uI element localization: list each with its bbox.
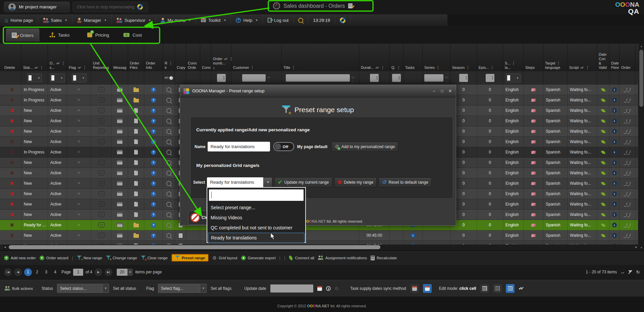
date-confirmed-icon[interactable] [601, 181, 605, 185]
flag-icon[interactable]: ⚑ [77, 119, 81, 124]
minimize-icon[interactable]: – [432, 89, 436, 93]
column-header-status[interactable]: Stat...✔✔⋮ [21, 44, 48, 71]
column-menu-icon[interactable]: ⋮ [557, 61, 560, 65]
steps-icon[interactable] [531, 234, 536, 237]
flag-icon[interactable]: ⚑ [77, 150, 81, 155]
horizontal-scroll-thumb[interactable] [9, 245, 380, 249]
filter-funnel-icon[interactable] [351, 77, 355, 79]
column-header-tasks[interactable]: Tasks [404, 44, 423, 71]
date-flex-icon[interactable]: i [612, 223, 617, 227]
column-header-order[interactable]: Order [620, 44, 635, 71]
date-confirmed-icon[interactable] [601, 139, 605, 144]
messages-icon[interactable] [117, 108, 123, 113]
messages-icon[interactable] [117, 119, 123, 123]
row-search-icon[interactable] [166, 108, 171, 113]
order-files-icon[interactable] [134, 171, 138, 175]
steps-icon[interactable] [531, 151, 536, 154]
first-page-button[interactable]: |◀ [4, 268, 12, 276]
column-header-msg[interactable]: Messag [112, 44, 128, 71]
column-header-datecv[interactable]: DateCon&Valid [597, 44, 609, 71]
column-header-season[interactable]: Season⋮ [450, 44, 477, 71]
unit-reporting-icon[interactable]: 1-9 [98, 97, 105, 103]
order-files-icon[interactable] [134, 139, 138, 144]
menu-item-sales[interactable]: Sales▼ [38, 14, 72, 26]
column-menu-icon[interactable]: ⋮ [586, 65, 589, 70]
column-header-sla[interactable]: S...⋮la... [503, 44, 524, 71]
messages-icon[interactable] [117, 223, 123, 227]
delete-order-icon[interactable]: ✖ [10, 233, 14, 238]
menu-item-logout[interactable]: Log out [263, 14, 293, 26]
tab-cost[interactable]: Cost [118, 29, 147, 41]
unit-reporting-icon[interactable]: 1-9 [98, 202, 105, 207]
date-confirmed-icon[interactable] [601, 202, 605, 206]
order-files-icon[interactable] [134, 108, 138, 113]
menu-item-manager[interactable]: Manager▼ [72, 14, 112, 26]
menu-search-button[interactable] [293, 14, 308, 26]
table-row[interactable]: ✖NewActive⚑1-9?00:45:00i00EnglishSpanish… [0, 241, 638, 244]
flag-icon[interactable]: ⚑ [77, 233, 81, 238]
items-per-page-dropdown-icon[interactable]: ▼ [127, 269, 133, 276]
date-confirmed-icon[interactable] [601, 98, 605, 102]
delete-order-icon[interactable]: ✖ [10, 139, 14, 144]
order-info-icon[interactable]: ? [151, 119, 156, 124]
date-flex-icon[interactable]: i [612, 212, 617, 217]
order-info-icon[interactable]: ? [151, 212, 156, 217]
delete-order-icon[interactable]: ✖ [10, 160, 14, 165]
messages-icon[interactable] [117, 87, 123, 92]
messages-icon[interactable] [117, 202, 123, 207]
steps-icon[interactable] [531, 224, 536, 227]
items-per-page-select[interactable]: 20 [117, 269, 127, 276]
toolbar-grid-layout-button[interactable]: ⚙Grid layout [212, 256, 237, 260]
column-menu-icon[interactable]: ⋮ [251, 65, 254, 70]
row-search-icon[interactable] [166, 139, 171, 144]
column-header-customer[interactable]: Customer⋮ [231, 44, 282, 71]
bulk-actions-button[interactable]: Bulk actions [5, 286, 33, 291]
delete-order-icon[interactable]: ✖ [10, 97, 14, 103]
column-menu-icon[interactable]: ⋮ [490, 65, 494, 70]
messages-icon[interactable] [117, 160, 123, 165]
filter-select-ostate[interactable]: ▼ [50, 74, 65, 82]
menu-item-help[interactable]: ?Help▼ [231, 14, 263, 26]
delete-order-icon[interactable]: ✖ [10, 202, 14, 207]
date-flex-icon[interactable]: i [612, 108, 617, 113]
row-search-icon[interactable] [166, 181, 171, 186]
scroll-left-icon[interactable]: ◀ [3, 244, 7, 250]
edit-mode-cell-cursor-button[interactable] [493, 284, 502, 293]
unit-reporting-icon[interactable]: 1-9 [98, 118, 105, 124]
steps-icon[interactable] [531, 203, 536, 206]
steps-icon[interactable] [531, 120, 536, 123]
edit-mode-grid-button[interactable] [480, 284, 489, 293]
page-button-4[interactable]: 4 [51, 268, 59, 276]
dropdown-item-2[interactable]: Missing Videos [208, 213, 305, 223]
messages-icon[interactable] [117, 233, 123, 238]
column-menu-icon[interactable]: ⋮ [512, 61, 516, 65]
column-header-epis[interactable]: Epis...⋮ [477, 44, 503, 71]
delete-order-icon[interactable]: ✖ [10, 87, 14, 92]
column-header-conn2[interactable]: Conn [200, 44, 211, 71]
dropdown-search-input[interactable] [209, 189, 304, 201]
page-button-2[interactable]: 2 [33, 268, 41, 276]
set-all-status-button[interactable]: Set all status [113, 286, 136, 291]
messages-icon[interactable] [117, 212, 123, 217]
order-info-icon[interactable]: ? [151, 191, 156, 196]
filter-select-sla[interactable]: ▼ [506, 74, 521, 82]
date-flex-icon[interactable]: i [612, 171, 617, 175]
range-name-input[interactable]: Ready for translations [208, 142, 270, 151]
row-search-icon[interactable] [166, 223, 171, 228]
delete-order-icon[interactable]: ✖ [10, 118, 14, 124]
vertical-scroll-thumb[interactable] [639, 50, 643, 107]
set-all-flags-button[interactable]: Set all flags [211, 286, 231, 291]
date-flex-icon[interactable]: i [612, 191, 617, 196]
toolbar-preset-range-button[interactable]: Preset range [171, 254, 209, 262]
row-search-icon[interactable] [166, 233, 171, 238]
steps-icon[interactable] [531, 161, 536, 164]
page-number-input[interactable]: 1 [73, 269, 83, 276]
flag-icon[interactable]: ⚑ [77, 87, 81, 92]
row-search-icon[interactable] [166, 87, 171, 92]
column-menu-icon[interactable]: ⋮ [466, 65, 470, 70]
messages-icon[interactable] [117, 98, 123, 102]
stop-impersonating-button[interactable]: Click here to stop impersonating [72, 2, 148, 12]
flag-icon[interactable]: ⚑ [77, 98, 81, 103]
delete-range-button[interactable]: ✖ Delete my range [334, 177, 377, 187]
tasks-info-icon[interactable]: i [411, 233, 415, 238]
